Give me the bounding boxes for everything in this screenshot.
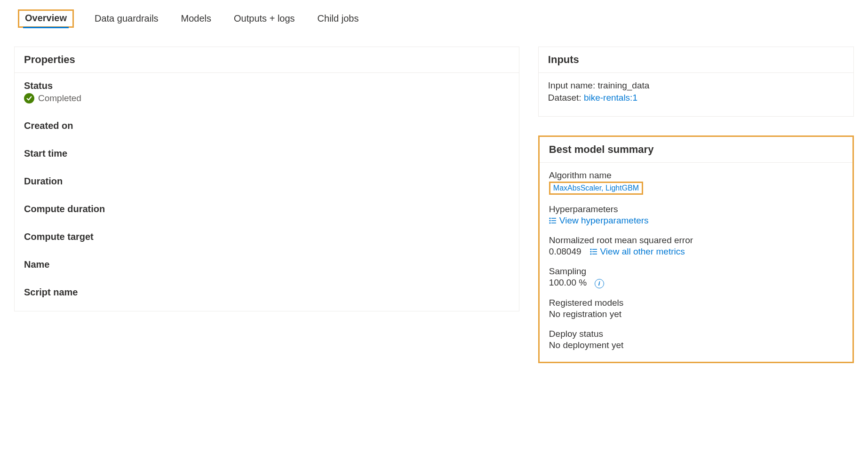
registered-value: No registration yet (549, 309, 843, 319)
sampling-label: Sampling (549, 266, 843, 277)
best-model-card: Best model summary Algorithm name MaxAbs… (538, 135, 854, 363)
registered-label: Registered models (549, 298, 843, 308)
svg-point-6 (590, 249, 591, 250)
svg-point-10 (590, 254, 591, 254)
compute-target-label: Compute target (24, 231, 510, 242)
properties-heading: Properties (15, 47, 519, 73)
tab-overview[interactable]: Overview (23, 9, 69, 28)
tab-outputs-logs[interactable]: Outputs + logs (232, 9, 297, 28)
nrmse-value: 0.08049 (549, 246, 581, 257)
best-model-heading: Best model summary (540, 137, 852, 163)
list-icon (590, 248, 597, 255)
script-name-label: Script name (24, 287, 510, 298)
algorithm-highlight: MaxAbsScaler, LightGBM (549, 182, 643, 195)
algorithm-link[interactable]: MaxAbsScaler, LightGBM (553, 184, 639, 192)
svg-point-0 (549, 218, 550, 219)
tab-data-guardrails[interactable]: Data guardrails (93, 9, 160, 28)
hyperparameters-label: Hyperparameters (549, 204, 843, 215)
created-on-label: Created on (24, 120, 510, 131)
deploy-label: Deploy status (549, 329, 843, 339)
status-value: Completed (38, 93, 81, 103)
view-hyperparameters-text: View hyperparameters (559, 215, 649, 226)
inputs-card: Inputs Input name: training_data Dataset… (538, 47, 854, 117)
inputs-heading: Inputs (539, 47, 853, 73)
tab-child-jobs[interactable]: Child jobs (316, 9, 361, 28)
dataset-label: Dataset: (548, 93, 581, 103)
algorithm-label: Algorithm name (549, 170, 843, 181)
tab-overview-highlight: Overview (18, 9, 74, 28)
info-icon[interactable]: i (595, 279, 604, 288)
content-area: Properties Status Completed Created on (14, 47, 854, 363)
view-hyperparameters-link[interactable]: View hyperparameters (549, 215, 649, 226)
view-metrics-text: View all other metrics (600, 246, 685, 257)
nrmse-label: Normalized root mean squared error (549, 235, 843, 246)
compute-duration-label: Compute duration (24, 204, 510, 215)
deploy-value: No deployment yet (549, 340, 843, 350)
svg-point-2 (549, 220, 550, 221)
duration-label: Duration (24, 176, 510, 187)
svg-point-4 (549, 223, 550, 223)
input-name-label: Input name: (548, 80, 595, 90)
name-label: Name (24, 259, 510, 270)
status-label: Status (24, 80, 510, 91)
dataset-link[interactable]: bike-rentals:1 (584, 93, 637, 103)
input-name-value: training_data (597, 80, 649, 90)
start-time-label: Start time (24, 148, 510, 159)
right-panel: Inputs Input name: training_data Dataset… (538, 47, 854, 363)
tabs-bar: Overview Data guardrails Models Outputs … (14, 9, 854, 28)
view-metrics-link[interactable]: View all other metrics (590, 246, 685, 257)
list-icon (549, 217, 557, 224)
properties-panel: Properties Status Completed Created on (14, 47, 519, 363)
tab-models[interactable]: Models (179, 9, 213, 28)
svg-point-8 (590, 251, 591, 252)
sampling-value: 100.00 % (549, 278, 587, 287)
status-completed-icon (24, 93, 34, 103)
